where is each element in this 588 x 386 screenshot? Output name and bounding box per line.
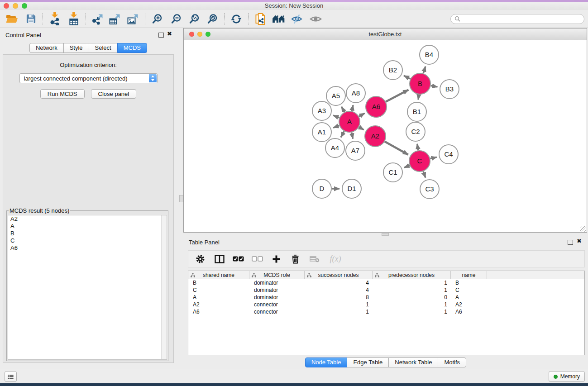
table-row-C[interactable]: Cdominator41C xyxy=(188,286,584,294)
list-scrollbar[interactable] xyxy=(161,215,167,359)
mcds-result-item[interactable]: A xyxy=(8,223,167,230)
run-mcds-button[interactable]: Run MCDS xyxy=(40,89,85,99)
mcds-result-item[interactable]: B xyxy=(8,230,167,237)
minimize-window-button[interactable] xyxy=(13,3,18,9)
import-table-button[interactable] xyxy=(66,12,82,26)
mcds-result-item[interactable]: A6 xyxy=(8,244,167,252)
graph-node-C1[interactable]: C1 xyxy=(383,163,402,182)
float-panel-icon[interactable] xyxy=(158,33,164,38)
search-field[interactable] xyxy=(450,14,584,24)
zoom-selected-button[interactable] xyxy=(204,12,220,26)
graph-node-A6[interactable]: A6 xyxy=(366,96,387,117)
network-minimize-button[interactable] xyxy=(197,32,202,37)
table-settings-button[interactable] xyxy=(195,253,206,265)
open-session-button[interactable] xyxy=(4,12,20,26)
toolbar-separator xyxy=(43,13,43,25)
table-tab-node-table[interactable]: Node Table xyxy=(305,357,348,367)
zoom-fit-button[interactable] xyxy=(186,12,202,26)
deselect-all-button[interactable] xyxy=(252,253,263,265)
search-input[interactable] xyxy=(463,14,584,24)
graph-node-B1[interactable]: B1 xyxy=(407,102,426,121)
export-table-button[interactable] xyxy=(107,12,123,26)
graph-node-C2[interactable]: C2 xyxy=(406,122,425,141)
graph-node-B3[interactable]: B3 xyxy=(440,80,459,99)
splitter-handle-vertical[interactable] xyxy=(179,195,183,202)
graph-node-A3[interactable]: A3 xyxy=(312,101,331,120)
network-window-titlebar[interactable]: testGlobe.txt xyxy=(184,29,587,40)
svg-text:C2: C2 xyxy=(411,128,420,135)
fx-icon: f(x) xyxy=(330,254,341,264)
graph-node-A2[interactable]: A2 xyxy=(365,126,386,147)
table-row-A6[interactable]: A6connector11A6 xyxy=(188,308,584,315)
show-all-button[interactable] xyxy=(270,12,287,26)
graph-node-D1[interactable]: D1 xyxy=(342,179,361,198)
show-panels-button[interactable] xyxy=(5,371,17,382)
graph-node-D[interactable]: D xyxy=(312,179,331,198)
cell: connector xyxy=(249,301,305,308)
cell: 1 xyxy=(305,301,373,308)
open-folder-icon xyxy=(6,14,18,24)
column-header-successor-nodes[interactable]: successor nodes xyxy=(305,271,373,279)
select-all-button[interactable] xyxy=(233,253,244,265)
graph-node-C[interactable]: C xyxy=(409,151,430,172)
graph-node-C3[interactable]: C3 xyxy=(420,180,439,199)
tab-style[interactable]: Style xyxy=(63,43,89,53)
save-session-button[interactable] xyxy=(23,12,39,26)
zoom-out-button[interactable] xyxy=(168,12,184,26)
graph-node-A[interactable]: A xyxy=(339,111,360,132)
criterion-dropdown[interactable]: largest connected component (directed) xyxy=(19,73,158,83)
table-tab-network-table[interactable]: Network Table xyxy=(388,357,438,367)
graph-node-A4[interactable]: A4 xyxy=(325,138,344,157)
zoom-window-button[interactable] xyxy=(22,3,27,9)
table-row-A2[interactable]: A2connector11A2 xyxy=(188,301,584,308)
column-header-predecessor-nodes[interactable]: predecessor nodes xyxy=(373,271,451,279)
table-tab-motifs[interactable]: Motifs xyxy=(438,357,466,367)
close-panel-icon[interactable]: ✖ xyxy=(167,30,172,37)
network-canvas[interactable]: AA1A2A3A4A5A6A7A8BB1B2B3B4CC1C2C3C4DD1 xyxy=(184,40,587,232)
network-from-file-button[interactable] xyxy=(252,12,268,26)
graph-edge-A2-C xyxy=(385,142,408,155)
graph-node-B[interactable]: B xyxy=(410,73,430,94)
svg-text:C3: C3 xyxy=(425,185,434,193)
graph-node-A8[interactable]: A8 xyxy=(346,84,365,103)
close-panel-icon[interactable]: ✖ xyxy=(577,238,582,244)
graph-node-A5[interactable]: A5 xyxy=(326,86,345,105)
network-zoom-button[interactable] xyxy=(206,32,210,37)
graph-node-C4[interactable]: C4 xyxy=(439,145,458,164)
table-tab-edge-table[interactable]: Edge Table xyxy=(347,357,389,367)
export-network-button[interactable] xyxy=(90,12,106,26)
import-network-button[interactable] xyxy=(47,12,63,26)
export-image-button[interactable] xyxy=(125,12,141,26)
hide-selected-button[interactable] xyxy=(288,12,305,26)
control-panel-tabs: NetworkStyleSelectMCDS xyxy=(0,43,177,53)
tab-network[interactable]: Network xyxy=(29,43,64,53)
table-row-B[interactable]: Bdominator41B xyxy=(188,279,584,286)
svg-text:B: B xyxy=(418,80,422,87)
add-column-button[interactable] xyxy=(271,253,282,265)
mcds-result-item[interactable]: C xyxy=(8,237,167,244)
tab-mcds[interactable]: MCDS xyxy=(117,43,147,53)
close-window-button[interactable] xyxy=(4,3,9,9)
graph-node-A7[interactable]: A7 xyxy=(346,141,365,160)
graph-node-B4[interactable]: B4 xyxy=(420,45,439,64)
graph-node-A1[interactable]: A1 xyxy=(312,123,331,142)
column-header-mcds-role[interactable]: MCDS role xyxy=(249,271,305,279)
mcds-result-item[interactable]: A2 xyxy=(8,215,167,223)
network-close-button[interactable] xyxy=(189,32,194,37)
resize-grip[interactable] xyxy=(580,226,586,232)
zoom-in-button[interactable] xyxy=(149,12,165,26)
memory-button[interactable]: Memory xyxy=(549,371,585,382)
graph-node-B2[interactable]: B2 xyxy=(383,61,402,80)
show-columns-button[interactable] xyxy=(214,253,225,265)
delete-column-button[interactable] xyxy=(290,253,301,265)
column-header-shared-name[interactable]: shared name xyxy=(188,271,249,279)
float-panel-icon[interactable] xyxy=(568,240,573,245)
column-header-name[interactable]: name xyxy=(451,271,487,279)
graph-edge-B-B1 xyxy=(418,95,419,100)
columns-icon xyxy=(215,255,225,263)
toolbar-separator xyxy=(248,13,249,25)
tab-select[interactable]: Select xyxy=(89,43,118,53)
close-panel-button[interactable]: Close panel xyxy=(91,89,137,99)
refresh-view-button[interactable] xyxy=(228,12,244,26)
table-row-A[interactable]: Adominator80A xyxy=(188,294,584,301)
